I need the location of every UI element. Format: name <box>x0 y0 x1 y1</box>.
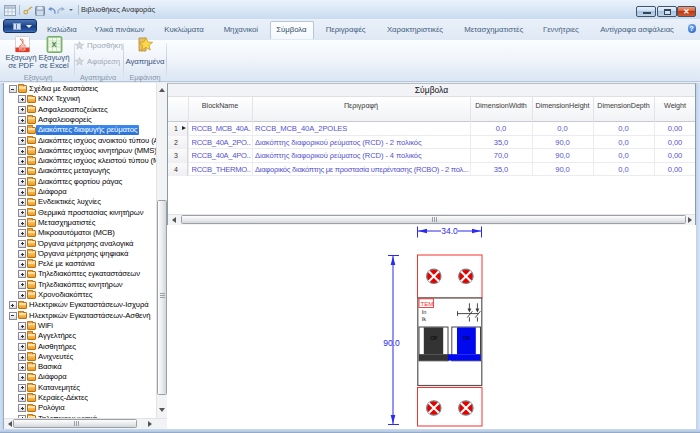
svg-text:Off: Off <box>463 335 470 341</box>
svg-text:Off: Off <box>430 335 437 341</box>
svg-text:TEM: TEM <box>421 301 434 307</box>
svg-text:34.0: 34.0 <box>441 226 458 236</box>
svg-text:Ik: Ik <box>422 316 427 322</box>
svg-text:90.0: 90.0 <box>383 338 400 348</box>
svg-text:In: In <box>422 309 427 315</box>
svg-text:X: X <box>52 41 57 48</box>
svg-text:PDF: PDF <box>19 48 26 52</box>
